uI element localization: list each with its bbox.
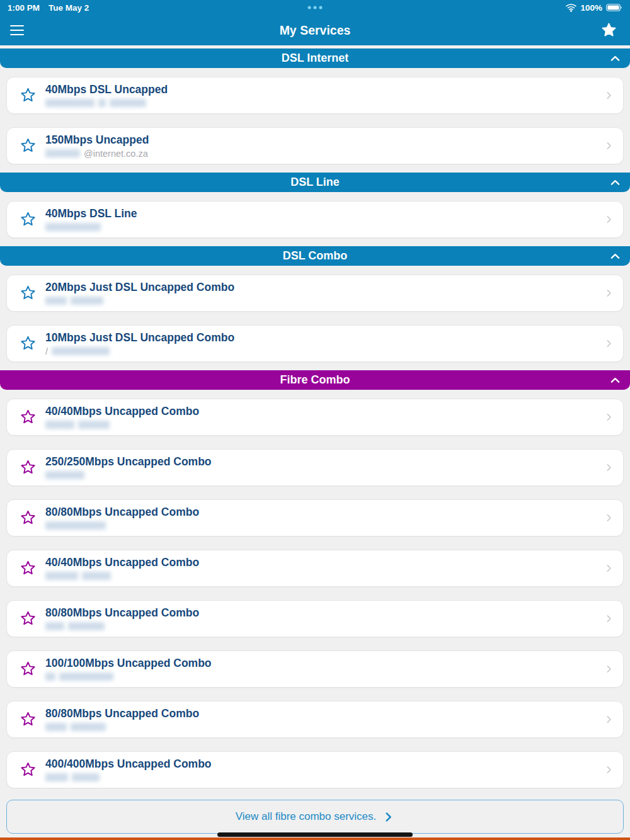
- favorite-star-icon[interactable]: [20, 661, 37, 678]
- service-card-40-40mbps-uncapped-combo[interactable]: 40/40Mbps Uncapped Combo: [6, 399, 624, 436]
- section-header-dsl-internet[interactable]: DSL Internet: [0, 48, 630, 68]
- service-title: 10Mbps Just DSL Uncapped Combo: [45, 331, 604, 344]
- redacted-text: [72, 773, 100, 781]
- favorite-star-icon[interactable]: [20, 761, 37, 778]
- service-text: 80/80Mbps Uncapped Combo: [45, 506, 604, 531]
- service-subtitle: [45, 222, 604, 232]
- favorite-star-icon[interactable]: [20, 335, 37, 352]
- favorite-star-icon[interactable]: [20, 459, 37, 476]
- service-text: 40Mbps DSL Uncapped: [45, 83, 604, 108]
- status-time: 1:00 PM: [8, 3, 40, 13]
- subtitle-text: /: [45, 346, 48, 356]
- service-text: 80/80Mbps Uncapped Combo: [45, 707, 604, 732]
- view-all-label: View all fibre combo services.: [236, 810, 377, 823]
- redacted-text: [45, 773, 68, 781]
- service-title: 40Mbps DSL Line: [45, 207, 604, 220]
- service-title: 40/40Mbps Uncapped Combo: [45, 405, 604, 418]
- service-title: 400/400Mbps Uncapped Combo: [45, 758, 604, 771]
- favorite-star-icon[interactable]: [20, 211, 37, 228]
- favorite-star-icon[interactable]: [20, 87, 37, 104]
- favorite-star-icon[interactable]: [20, 560, 37, 577]
- section-header-dsl-combo[interactable]: DSL Combo: [0, 246, 630, 266]
- redacted-text: [45, 471, 84, 479]
- redacted-text: [45, 223, 101, 231]
- service-text: 100/100Mbps Uncapped Combo: [45, 657, 604, 682]
- redacted-text: [68, 622, 105, 630]
- chevron-right-icon: [604, 563, 614, 574]
- service-subtitle: @internet.co.za: [45, 149, 604, 159]
- service-subtitle: [45, 571, 604, 581]
- chevron-right-icon: [604, 764, 614, 775]
- redacted-text: [45, 622, 64, 630]
- home-indicator[interactable]: [217, 832, 413, 837]
- chevron-right-icon: [604, 714, 614, 725]
- section-title: DSL Internet: [282, 52, 349, 65]
- menu-icon[interactable]: [10, 25, 24, 36]
- redacted-text: [59, 673, 113, 681]
- service-title: 40/40Mbps Uncapped Combo: [45, 556, 604, 569]
- service-text: 20Mbps Just DSL Uncapped Combo: [45, 281, 604, 306]
- service-text: 40Mbps DSL Line: [45, 207, 604, 232]
- redacted-text: [82, 572, 111, 580]
- service-text: 80/80Mbps Uncapped Combo: [45, 606, 604, 632]
- service-card-80-80mbps-uncapped-combo[interactable]: 80/80Mbps Uncapped Combo: [6, 600, 624, 637]
- chevron-right-icon: [604, 412, 614, 423]
- service-title: 80/80Mbps Uncapped Combo: [45, 707, 604, 720]
- service-card-40mbps-dsl-uncapped[interactable]: 40Mbps DSL Uncapped: [6, 77, 624, 114]
- battery-icon: [606, 4, 622, 11]
- redacted-text: [45, 572, 78, 580]
- section-title: DSL Combo: [283, 249, 348, 263]
- section-header-dsl-line[interactable]: DSL Line: [0, 173, 630, 192]
- chevron-right-icon: [604, 462, 614, 473]
- redacted-text: [45, 99, 94, 107]
- favorites-star-icon[interactable]: [600, 22, 617, 39]
- service-subtitle: [45, 98, 604, 108]
- service-card-40-40mbps-uncapped-combo[interactable]: 40/40Mbps Uncapped Combo: [6, 550, 624, 587]
- service-text: 40/40Mbps Uncapped Combo: [45, 405, 604, 430]
- chevron-right-icon: [382, 811, 394, 823]
- chevron-right-icon: [604, 140, 614, 151]
- page-title: My Services: [280, 23, 351, 38]
- view-all-fibre-button[interactable]: View all fibre combo services.: [6, 800, 624, 834]
- service-title: 100/100Mbps Uncapped Combo: [45, 657, 604, 670]
- status-bar: 1:00 PM Tue May 2 100%: [0, 0, 630, 15]
- favorite-star-icon[interactable]: [20, 137, 37, 154]
- service-text: 150Mbps Uncapped@internet.co.za: [45, 133, 604, 159]
- redacted-text: [71, 297, 103, 305]
- service-card-250-250mbps-uncapped-combo[interactable]: 250/250Mbps Uncapped Combo: [6, 449, 624, 486]
- chevron-up-icon[interactable]: [609, 176, 622, 189]
- redacted-text: [45, 723, 67, 731]
- favorite-star-icon[interactable]: [20, 285, 37, 302]
- section-header-fibre-combo[interactable]: Fibre Combo: [0, 370, 630, 390]
- status-date: Tue May 2: [49, 3, 89, 13]
- service-card-400-400mbps-uncapped-combo[interactable]: 400/400Mbps Uncapped Combo: [6, 751, 624, 788]
- service-text: 250/250Mbps Uncapped Combo: [45, 455, 604, 480]
- service-subtitle: [45, 296, 604, 306]
- service-subtitle: [45, 521, 604, 531]
- chevron-up-icon[interactable]: [609, 373, 622, 387]
- service-card-20mbps-just-dsl-uncapped-combo[interactable]: 20Mbps Just DSL Uncapped Combo: [6, 275, 624, 312]
- redacted-text: [45, 149, 80, 157]
- service-card-40mbps-dsl-line[interactable]: 40Mbps DSL Line: [6, 201, 624, 238]
- favorite-star-icon[interactable]: [20, 610, 37, 627]
- service-card-100-100mbps-uncapped-combo[interactable]: 100/100Mbps Uncapped Combo: [6, 650, 624, 688]
- service-text: 400/400Mbps Uncapped Combo: [45, 758, 604, 783]
- redacted-text: [52, 347, 110, 355]
- service-card-150mbps-uncapped[interactable]: 150Mbps Uncapped@internet.co.za: [6, 127, 624, 164]
- chevron-up-icon[interactable]: [609, 52, 622, 65]
- redacted-text: [110, 99, 146, 107]
- redacted-text: [98, 99, 106, 107]
- service-text: 10Mbps Just DSL Uncapped Combo/: [45, 331, 604, 356]
- redacted-text: [45, 421, 74, 429]
- chevron-right-icon: [604, 613, 614, 624]
- favorite-star-icon[interactable]: [20, 409, 37, 426]
- subtitle-text: @internet.co.za: [84, 149, 148, 159]
- chevron-right-icon: [604, 90, 614, 101]
- service-subtitle: [45, 420, 604, 430]
- service-card-80-80mbps-uncapped-combo[interactable]: 80/80Mbps Uncapped Combo: [6, 701, 624, 738]
- service-card-10mbps-just-dsl-uncapped-combo[interactable]: 10Mbps Just DSL Uncapped Combo/: [6, 325, 624, 362]
- favorite-star-icon[interactable]: [20, 711, 37, 728]
- favorite-star-icon[interactable]: [20, 509, 37, 526]
- chevron-up-icon[interactable]: [609, 249, 622, 263]
- service-card-80-80mbps-uncapped-combo[interactable]: 80/80Mbps Uncapped Combo: [6, 499, 624, 536]
